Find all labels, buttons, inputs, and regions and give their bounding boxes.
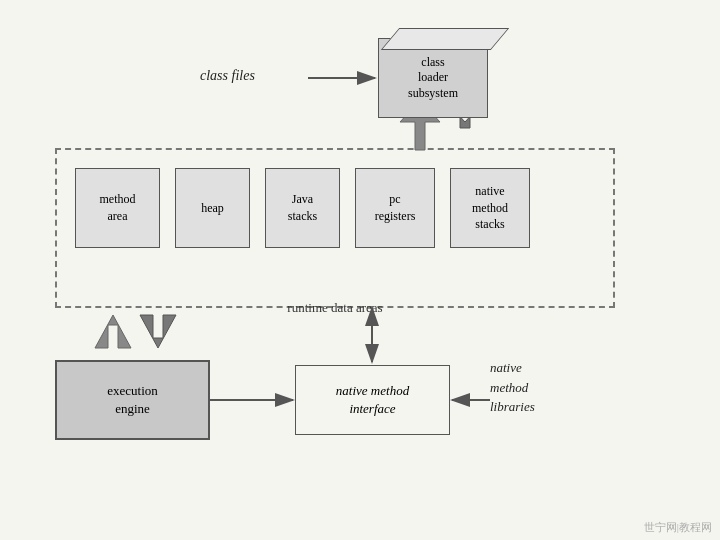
native-stacks-label: nativemethodstacks (472, 183, 508, 233)
class-loader-label: class loader subsystem (408, 55, 458, 102)
watermark: 世宁网|教程网 (644, 520, 712, 535)
native-libraries-label: nativemethodlibraries (490, 358, 535, 417)
method-area-box: methodarea (75, 168, 160, 248)
java-stacks-box: Javastacks (265, 168, 340, 248)
method-area-label: methodarea (100, 191, 136, 225)
execution-engine-box: execution engine (55, 360, 210, 440)
box-front-face: class loader subsystem (378, 38, 488, 118)
class-loader-subsystem: class loader subsystem (368, 28, 488, 118)
native-interface-label: native methodinterface (336, 382, 409, 418)
execution-engine-label: execution engine (107, 382, 158, 418)
heap-label: heap (201, 200, 224, 217)
native-libraries-text: nativemethodlibraries (490, 360, 535, 414)
java-stacks-label: Javastacks (288, 191, 317, 225)
box-top-face (381, 28, 509, 50)
class-files-label: class files (200, 68, 255, 84)
pc-registers-box: pcregisters (355, 168, 435, 248)
native-interface-box: native methodinterface (295, 365, 450, 435)
exec-down-arrow (140, 315, 176, 348)
pc-registers-label: pcregisters (375, 191, 416, 225)
native-stacks-box: nativemethodstacks (450, 168, 530, 248)
diagram: class loader subsystem class files runti… (0, 0, 720, 540)
heap-box: heap (175, 168, 250, 248)
runtime-data-areas-label: runtime data areas (55, 300, 615, 316)
exec-up-arrow (95, 315, 131, 348)
